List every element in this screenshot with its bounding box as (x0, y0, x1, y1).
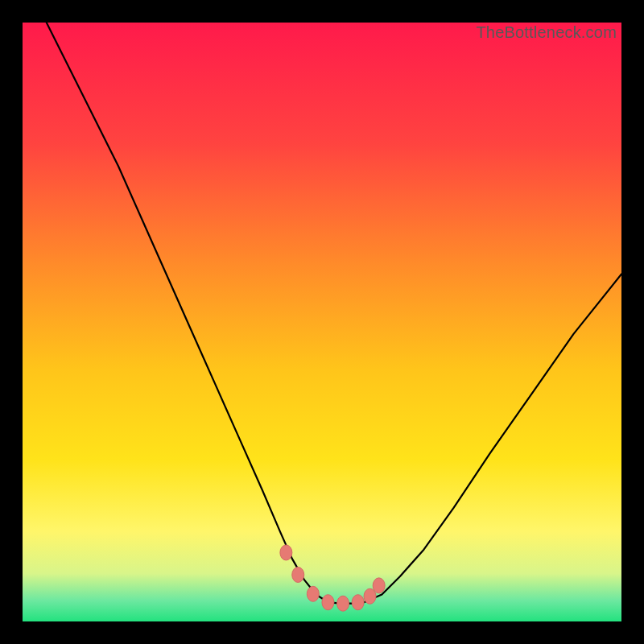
watermark-label: TheBottleneck.com (476, 23, 617, 42)
plot-area: TheBottleneck.com (23, 23, 621, 621)
chart-frame: TheBottleneck.com (0, 0, 644, 644)
svg-rect-0 (23, 23, 621, 621)
chart-background-gradient (23, 23, 621, 621)
